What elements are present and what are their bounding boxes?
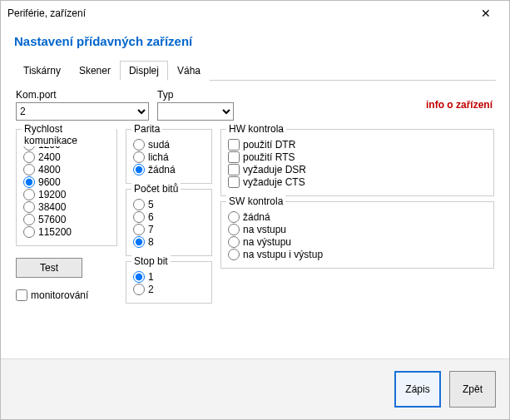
tab-strip: Tiskárny Skener Displej Váha bbox=[14, 60, 496, 81]
baud-2400-radio[interactable] bbox=[23, 151, 35, 163]
test-button[interactable]: Test bbox=[16, 258, 82, 278]
stop-1-label: 1 bbox=[148, 271, 154, 283]
sw-vystup-label: na výstupu bbox=[243, 236, 291, 248]
typ-select[interactable] bbox=[157, 102, 234, 121]
hw-rts-checkbox[interactable] bbox=[228, 151, 240, 163]
stop-2-label: 2 bbox=[148, 284, 154, 295]
window-title: Periférie, zařízení bbox=[7, 7, 469, 19]
tab-skener[interactable]: Skener bbox=[70, 61, 120, 81]
hw-legend: HW kontrola bbox=[226, 123, 286, 135]
sw-vystup-radio[interactable] bbox=[228, 236, 240, 248]
stop-1-radio[interactable] bbox=[133, 271, 145, 283]
stop-legend: Stop bit bbox=[131, 255, 171, 267]
right-column: HW kontrola použití DTR použití RTS vyža… bbox=[220, 124, 494, 304]
dialog-window: Periférie, zařízení ✕ Nastavení přídavný… bbox=[0, 0, 510, 420]
content-area: Nastavení přídavných zařízení Tiskárny S… bbox=[1, 26, 509, 358]
parita-legend: Parita bbox=[131, 123, 162, 135]
bits-6-radio[interactable] bbox=[133, 211, 145, 223]
baud-19200-label: 19200 bbox=[38, 189, 66, 200]
sw-vstup-label: na vstupu bbox=[243, 224, 286, 235]
stop-group: Stop bit 1 2 bbox=[126, 261, 212, 304]
baud-115200-label: 115200 bbox=[38, 226, 72, 238]
sw-zadna-label: žádná bbox=[243, 211, 270, 223]
comport-select[interactable]: 2 bbox=[16, 102, 149, 121]
mid-column: Parita sudá lichá žádná Počet bitů 5 6 7… bbox=[126, 124, 212, 304]
parita-suda-radio[interactable] bbox=[133, 139, 145, 151]
columns: Rychlost komunikace 1200 2400 4800 9600 … bbox=[16, 124, 494, 304]
info-link[interactable]: info o zařízení bbox=[426, 99, 494, 111]
hw-group: HW kontrola použití DTR použití RTS vyža… bbox=[220, 129, 494, 196]
bits-7-label: 7 bbox=[148, 224, 154, 235]
tab-vaha[interactable]: Váha bbox=[168, 61, 210, 81]
baud-38400-radio[interactable] bbox=[23, 201, 35, 213]
sw-zadna-radio[interactable] bbox=[228, 211, 240, 223]
baud-legend: Rychlost komunikace bbox=[22, 123, 116, 146]
baud-9600-radio[interactable] bbox=[23, 176, 35, 188]
stop-2-radio[interactable] bbox=[133, 284, 145, 295]
hw-rts-label: použití RTS bbox=[243, 151, 295, 163]
bits-legend: Počet bitů bbox=[131, 183, 181, 195]
bits-5-radio[interactable] bbox=[133, 199, 145, 210]
titlebar: Periférie, zařízení ✕ bbox=[1, 1, 509, 26]
parita-group: Parita sudá lichá žádná bbox=[126, 129, 212, 184]
page-title: Nastavení přídavných zařízení bbox=[14, 34, 496, 48]
hw-dtr-checkbox[interactable] bbox=[228, 139, 240, 151]
left-column: Rychlost komunikace 1200 2400 4800 9600 … bbox=[16, 124, 117, 304]
bits-8-label: 8 bbox=[148, 236, 154, 248]
monitor-checkbox[interactable] bbox=[16, 289, 27, 301]
baud-57600-radio[interactable] bbox=[23, 214, 35, 225]
parita-suda-label: sudá bbox=[148, 139, 170, 151]
baud-group: Rychlost komunikace 1200 2400 4800 9600 … bbox=[16, 129, 117, 246]
tab-displej[interactable]: Displej bbox=[120, 61, 168, 81]
sw-legend: SW kontrola bbox=[226, 195, 285, 207]
hw-cts-checkbox[interactable] bbox=[228, 176, 240, 188]
baud-57600-label: 57600 bbox=[38, 214, 66, 225]
hw-dsr-label: vyžaduje DSR bbox=[243, 164, 306, 175]
hw-dsr-checkbox[interactable] bbox=[228, 164, 240, 175]
top-row: Kom.port 2 Typ info o zařízení bbox=[16, 89, 494, 121]
sw-group: SW kontrola žádná na vstupu na výstupu n… bbox=[220, 201, 494, 269]
comport-field: Kom.port 2 bbox=[16, 89, 149, 121]
baud-115200-radio[interactable] bbox=[23, 226, 35, 238]
sw-oba-radio[interactable] bbox=[228, 249, 240, 260]
comport-label: Kom.port bbox=[16, 89, 149, 101]
monitor-label: monitorování bbox=[31, 289, 88, 301]
typ-label: Typ bbox=[157, 89, 234, 101]
save-button[interactable]: Zápis bbox=[394, 371, 441, 408]
baud-19200-radio[interactable] bbox=[23, 189, 35, 200]
sw-vstup-radio[interactable] bbox=[228, 224, 240, 235]
typ-field: Typ bbox=[157, 89, 234, 121]
parita-licha-label: lichá bbox=[148, 151, 169, 163]
baud-38400-label: 38400 bbox=[38, 201, 66, 213]
tab-tiskarny[interactable]: Tiskárny bbox=[14, 61, 70, 81]
bits-8-radio[interactable] bbox=[133, 236, 145, 248]
hw-cts-label: vyžaduje CTS bbox=[243, 176, 305, 188]
footer: Zápis Zpět bbox=[1, 358, 509, 419]
baud-9600-label: 9600 bbox=[38, 176, 61, 188]
tab-body: Kom.port 2 Typ info o zařízení Rychlos bbox=[14, 81, 496, 358]
bits-group: Počet bitů 5 6 7 8 bbox=[126, 189, 212, 256]
close-icon[interactable]: ✕ bbox=[469, 7, 503, 20]
baud-4800-label: 4800 bbox=[38, 164, 61, 175]
sw-oba-label: na vstupu i výstup bbox=[243, 249, 323, 260]
bits-7-radio[interactable] bbox=[133, 224, 145, 235]
bits-5-label: 5 bbox=[148, 199, 154, 210]
parita-zadna-label: žádná bbox=[148, 164, 176, 175]
baud-4800-radio[interactable] bbox=[23, 164, 35, 175]
hw-dtr-label: použití DTR bbox=[243, 139, 295, 151]
bits-6-label: 6 bbox=[148, 211, 154, 223]
baud-2400-label: 2400 bbox=[38, 151, 61, 163]
parita-licha-radio[interactable] bbox=[133, 151, 145, 163]
parita-zadna-radio[interactable] bbox=[133, 164, 145, 175]
back-button[interactable]: Zpět bbox=[449, 371, 496, 408]
